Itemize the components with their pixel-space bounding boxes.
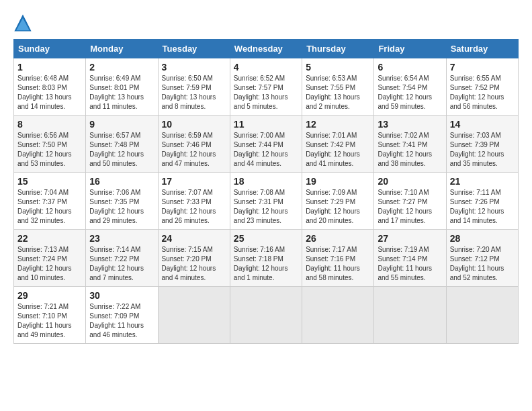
day-number: 16 bbox=[89, 176, 154, 187]
day-info: Sunrise: 7:15 AM Sunset: 7:20 PM Dayligh… bbox=[162, 245, 226, 283]
calendar-day-cell bbox=[374, 287, 446, 344]
calendar-table: SundayMondayTuesdayWednesdayThursdayFrid… bbox=[13, 39, 519, 344]
calendar-day-cell: 14 Sunrise: 7:03 AM Sunset: 7:39 PM Dayl… bbox=[446, 116, 518, 173]
day-number: 28 bbox=[450, 233, 515, 244]
calendar-day-cell bbox=[158, 287, 230, 344]
day-info: Sunrise: 6:55 AM Sunset: 7:52 PM Dayligh… bbox=[450, 74, 515, 111]
calendar-day-cell: 2 Sunrise: 6:49 AM Sunset: 8:01 PM Dayli… bbox=[86, 58, 158, 116]
calendar-day-cell bbox=[302, 287, 374, 344]
day-info: Sunrise: 6:57 AM Sunset: 7:48 PM Dayligh… bbox=[89, 131, 154, 169]
day-number: 2 bbox=[89, 62, 154, 73]
weekday-header: Wednesday bbox=[230, 40, 302, 58]
day-info: Sunrise: 7:08 AM Sunset: 7:31 PM Dayligh… bbox=[234, 188, 298, 226]
day-number: 27 bbox=[378, 233, 442, 244]
day-info: Sunrise: 7:00 AM Sunset: 7:44 PM Dayligh… bbox=[234, 131, 298, 169]
calendar-day-cell: 7 Sunrise: 6:55 AM Sunset: 7:52 PM Dayli… bbox=[446, 58, 518, 116]
day-info: Sunrise: 7:21 AM Sunset: 7:10 PM Dayligh… bbox=[17, 302, 82, 340]
weekday-header: Monday bbox=[86, 40, 158, 58]
day-number: 26 bbox=[306, 233, 370, 244]
day-number: 14 bbox=[450, 119, 515, 130]
day-number: 29 bbox=[17, 290, 82, 301]
day-number: 11 bbox=[234, 119, 298, 130]
day-number: 17 bbox=[162, 176, 226, 187]
weekday-header: Thursday bbox=[302, 40, 374, 58]
day-number: 10 bbox=[162, 119, 226, 130]
day-info: Sunrise: 7:22 AM Sunset: 7:09 PM Dayligh… bbox=[89, 302, 154, 340]
day-number: 1 bbox=[17, 62, 82, 73]
calendar-header-row: SundayMondayTuesdayWednesdayThursdayFrid… bbox=[14, 40, 519, 58]
calendar-day-cell: 18 Sunrise: 7:08 AM Sunset: 7:31 PM Dayl… bbox=[230, 173, 302, 230]
calendar-day-cell: 20 Sunrise: 7:10 AM Sunset: 7:27 PM Dayl… bbox=[374, 173, 446, 230]
day-number: 8 bbox=[17, 119, 82, 130]
weekday-header: Saturday bbox=[446, 40, 518, 58]
day-info: Sunrise: 7:20 AM Sunset: 7:12 PM Dayligh… bbox=[450, 245, 515, 283]
day-info: Sunrise: 6:52 AM Sunset: 7:57 PM Dayligh… bbox=[234, 74, 298, 111]
page-header bbox=[13, 13, 519, 32]
day-info: Sunrise: 7:14 AM Sunset: 7:22 PM Dayligh… bbox=[89, 245, 154, 283]
day-info: Sunrise: 6:48 AM Sunset: 8:03 PM Dayligh… bbox=[17, 74, 82, 111]
day-number: 23 bbox=[89, 233, 154, 244]
day-number: 13 bbox=[378, 119, 442, 130]
day-number: 7 bbox=[450, 62, 515, 73]
day-number: 19 bbox=[306, 176, 370, 187]
calendar-day-cell: 1 Sunrise: 6:48 AM Sunset: 8:03 PM Dayli… bbox=[14, 58, 86, 116]
calendar-day-cell: 26 Sunrise: 7:17 AM Sunset: 7:16 PM Dayl… bbox=[302, 230, 374, 287]
day-number: 22 bbox=[17, 233, 82, 244]
calendar-day-cell: 24 Sunrise: 7:15 AM Sunset: 7:20 PM Dayl… bbox=[158, 230, 230, 287]
calendar-week-row: 22 Sunrise: 7:13 AM Sunset: 7:24 PM Dayl… bbox=[14, 230, 519, 287]
day-number: 5 bbox=[306, 62, 370, 73]
calendar-day-cell: 28 Sunrise: 7:20 AM Sunset: 7:12 PM Dayl… bbox=[446, 230, 518, 287]
logo-icon bbox=[13, 13, 32, 32]
calendar-day-cell: 11 Sunrise: 7:00 AM Sunset: 7:44 PM Dayl… bbox=[230, 116, 302, 173]
day-info: Sunrise: 7:17 AM Sunset: 7:16 PM Dayligh… bbox=[306, 245, 370, 283]
logo bbox=[13, 13, 34, 32]
calendar-day-cell: 29 Sunrise: 7:21 AM Sunset: 7:10 PM Dayl… bbox=[14, 287, 86, 344]
calendar-day-cell: 15 Sunrise: 7:04 AM Sunset: 7:37 PM Dayl… bbox=[14, 173, 86, 230]
day-number: 4 bbox=[234, 62, 298, 73]
day-info: Sunrise: 7:10 AM Sunset: 7:27 PM Dayligh… bbox=[378, 188, 442, 226]
calendar-day-cell: 10 Sunrise: 6:59 AM Sunset: 7:46 PM Dayl… bbox=[158, 116, 230, 173]
calendar-week-row: 1 Sunrise: 6:48 AM Sunset: 8:03 PM Dayli… bbox=[14, 58, 519, 116]
day-info: Sunrise: 7:07 AM Sunset: 7:33 PM Dayligh… bbox=[162, 188, 226, 226]
calendar-day-cell: 3 Sunrise: 6:50 AM Sunset: 7:59 PM Dayli… bbox=[158, 58, 230, 116]
calendar-day-cell bbox=[230, 287, 302, 344]
day-number: 6 bbox=[378, 62, 442, 73]
calendar-day-cell: 17 Sunrise: 7:07 AM Sunset: 7:33 PM Dayl… bbox=[158, 173, 230, 230]
calendar-week-row: 8 Sunrise: 6:56 AM Sunset: 7:50 PM Dayli… bbox=[14, 116, 519, 173]
day-info: Sunrise: 6:54 AM Sunset: 7:54 PM Dayligh… bbox=[378, 74, 442, 111]
calendar-day-cell: 30 Sunrise: 7:22 AM Sunset: 7:09 PM Dayl… bbox=[86, 287, 158, 344]
weekday-header: Friday bbox=[374, 40, 446, 58]
calendar-week-row: 29 Sunrise: 7:21 AM Sunset: 7:10 PM Dayl… bbox=[14, 287, 519, 344]
day-info: Sunrise: 7:04 AM Sunset: 7:37 PM Dayligh… bbox=[17, 188, 82, 226]
weekday-header: Sunday bbox=[14, 40, 86, 58]
calendar-day-cell: 12 Sunrise: 7:01 AM Sunset: 7:42 PM Dayl… bbox=[302, 116, 374, 173]
day-number: 3 bbox=[162, 62, 226, 73]
calendar-day-cell: 19 Sunrise: 7:09 AM Sunset: 7:29 PM Dayl… bbox=[302, 173, 374, 230]
day-info: Sunrise: 6:50 AM Sunset: 7:59 PM Dayligh… bbox=[162, 74, 226, 111]
day-info: Sunrise: 7:03 AM Sunset: 7:39 PM Dayligh… bbox=[450, 131, 515, 169]
day-info: Sunrise: 7:01 AM Sunset: 7:42 PM Dayligh… bbox=[306, 131, 370, 169]
calendar-day-cell: 25 Sunrise: 7:16 AM Sunset: 7:18 PM Dayl… bbox=[230, 230, 302, 287]
calendar-day-cell bbox=[446, 287, 518, 344]
calendar-day-cell: 27 Sunrise: 7:19 AM Sunset: 7:14 PM Dayl… bbox=[374, 230, 446, 287]
calendar-day-cell: 6 Sunrise: 6:54 AM Sunset: 7:54 PM Dayli… bbox=[374, 58, 446, 116]
day-info: Sunrise: 7:11 AM Sunset: 7:26 PM Dayligh… bbox=[450, 188, 515, 226]
day-info: Sunrise: 6:56 AM Sunset: 7:50 PM Dayligh… bbox=[17, 131, 82, 169]
day-number: 30 bbox=[89, 290, 154, 301]
calendar-day-cell: 4 Sunrise: 6:52 AM Sunset: 7:57 PM Dayli… bbox=[230, 58, 302, 116]
day-number: 24 bbox=[162, 233, 226, 244]
calendar-day-cell: 22 Sunrise: 7:13 AM Sunset: 7:24 PM Dayl… bbox=[14, 230, 86, 287]
day-info: Sunrise: 6:59 AM Sunset: 7:46 PM Dayligh… bbox=[162, 131, 226, 169]
day-info: Sunrise: 7:02 AM Sunset: 7:41 PM Dayligh… bbox=[378, 131, 442, 169]
day-info: Sunrise: 7:09 AM Sunset: 7:29 PM Dayligh… bbox=[306, 188, 370, 226]
day-info: Sunrise: 6:53 AM Sunset: 7:55 PM Dayligh… bbox=[306, 74, 370, 111]
day-info: Sunrise: 7:06 AM Sunset: 7:35 PM Dayligh… bbox=[89, 188, 154, 226]
calendar-day-cell: 16 Sunrise: 7:06 AM Sunset: 7:35 PM Dayl… bbox=[86, 173, 158, 230]
calendar-day-cell: 9 Sunrise: 6:57 AM Sunset: 7:48 PM Dayli… bbox=[86, 116, 158, 173]
day-number: 20 bbox=[378, 176, 442, 187]
day-number: 12 bbox=[306, 119, 370, 130]
day-number: 9 bbox=[89, 119, 154, 130]
day-number: 21 bbox=[450, 176, 515, 187]
day-info: Sunrise: 7:13 AM Sunset: 7:24 PM Dayligh… bbox=[17, 245, 82, 283]
day-number: 15 bbox=[17, 176, 82, 187]
